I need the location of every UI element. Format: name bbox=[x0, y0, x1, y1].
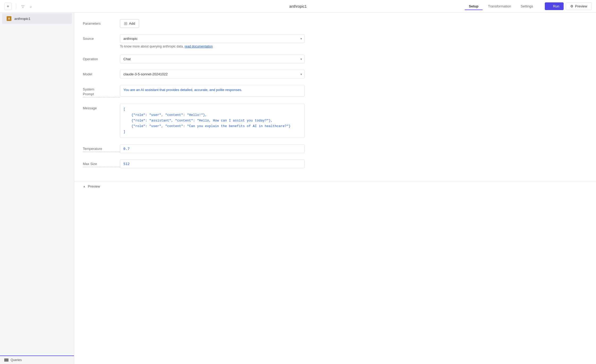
operation-label: Operation bbox=[83, 55, 120, 62]
anthropic-logo-icon: A bbox=[6, 16, 12, 21]
preview-arrow-icon: ▲ bbox=[83, 185, 86, 188]
add-plus-icon: ⊞ bbox=[124, 21, 127, 26]
max-size-input[interactable] bbox=[120, 159, 305, 168]
parameters-label: Parameters bbox=[83, 19, 120, 26]
max-size-row: Max Size bbox=[83, 159, 305, 168]
add-parameter-button[interactable]: ⊞ Add bbox=[120, 19, 139, 28]
header-tabs: Setup Transformation Settings bbox=[465, 3, 537, 10]
source-label: Source bbox=[83, 34, 120, 41]
form-container: Parameters ⊞ Add Source anthrop bbox=[74, 13, 313, 181]
app-container: + ▽ ⌕ anthropic1 Setup Transformation Se… bbox=[0, 0, 596, 364]
system-prompt-field[interactable]: You are an AI assistant that provides de… bbox=[120, 85, 305, 97]
operation-select[interactable]: Chat bbox=[120, 55, 305, 63]
queries-icon bbox=[4, 358, 8, 362]
operation-control: Chat ▾ bbox=[120, 55, 305, 63]
preview-label: Preview bbox=[575, 4, 587, 8]
sidebar-item-anthropic1[interactable]: A anthropic1 bbox=[2, 13, 72, 24]
parameters-control: ⊞ Add bbox=[120, 19, 305, 28]
model-select[interactable]: claude-3-5-sonnet-20241022 bbox=[120, 70, 305, 79]
add-node-button[interactable]: + bbox=[4, 3, 12, 10]
temperature-row: Temperature bbox=[83, 144, 305, 153]
gear-icon: ⚙ bbox=[570, 4, 573, 8]
model-select-wrapper: claude-3-5-sonnet-20241022 ▾ bbox=[120, 70, 305, 79]
search-icon[interactable]: ⌕ bbox=[29, 3, 33, 10]
run-button[interactable]: ▶ Run bbox=[545, 2, 564, 10]
play-icon: ▶ bbox=[549, 5, 551, 8]
model-control: claude-3-5-sonnet-20241022 ▾ bbox=[120, 70, 305, 79]
operation-select-wrapper: Chat ▾ bbox=[120, 55, 305, 63]
source-row: Source anthropic ▾ To know more about qu… bbox=[83, 34, 305, 48]
system-prompt-row: System Prompt You are an AI assistant th… bbox=[83, 85, 305, 97]
source-select-wrapper: anthropic ▾ bbox=[120, 34, 305, 43]
plus-icon: + bbox=[7, 4, 9, 9]
message-label: Message bbox=[83, 104, 120, 111]
content-area: Parameters ⊞ Add Source anthrop bbox=[74, 13, 596, 364]
tab-setup[interactable]: Setup bbox=[465, 3, 483, 10]
filter-icon[interactable]: ▽ bbox=[20, 3, 25, 10]
system-prompt-label: System Prompt bbox=[83, 85, 120, 97]
message-row: Message [ {"role": "user", "content": "H… bbox=[83, 104, 305, 138]
queries-label: Queries bbox=[11, 358, 22, 362]
main-layout: A anthropic1 Queries Parameters ⊞ Add bbox=[0, 13, 596, 364]
tab-settings[interactable]: Settings bbox=[516, 3, 537, 10]
message-control: [ {"role": "user", "content": "Hello!"},… bbox=[120, 104, 305, 138]
preview-button[interactable]: ⚙ Preview bbox=[566, 2, 592, 10]
tab-transformation[interactable]: Transformation bbox=[484, 3, 515, 10]
header-divider bbox=[16, 4, 16, 9]
source-help-text: To know more about querying anthropic da… bbox=[120, 45, 305, 48]
run-label: Run bbox=[553, 4, 559, 8]
sidebar-item-label: anthropic1 bbox=[14, 17, 31, 21]
model-label: Model bbox=[83, 70, 120, 77]
preview-section[interactable]: ▲ Preview bbox=[74, 181, 596, 192]
node-title: anthropic1 bbox=[289, 4, 306, 8]
max-size-control bbox=[120, 159, 305, 168]
header-actions: ▶ Run ⚙ Preview bbox=[545, 2, 592, 10]
max-size-label: Max Size bbox=[83, 159, 120, 167]
message-field[interactable]: [ {"role": "user", "content": "Hello!"},… bbox=[120, 104, 305, 138]
operation-row: Operation Chat ▾ bbox=[83, 55, 305, 63]
temperature-control bbox=[120, 144, 305, 153]
sidebar-bottom-queries[interactable]: Queries bbox=[0, 356, 74, 364]
top-header: + ▽ ⌕ anthropic1 Setup Transformation Se… bbox=[0, 0, 596, 13]
parameters-row: Parameters ⊞ Add bbox=[83, 19, 305, 28]
system-prompt-control: You are an AI assistant that provides de… bbox=[120, 85, 305, 97]
source-select[interactable]: anthropic bbox=[120, 34, 305, 43]
sidebar: A anthropic1 Queries bbox=[0, 13, 74, 364]
add-button-label: Add bbox=[129, 21, 135, 25]
temperature-label: Temperature bbox=[83, 144, 120, 152]
temperature-input[interactable] bbox=[120, 144, 305, 153]
model-row: Model claude-3-5-sonnet-20241022 ▾ bbox=[83, 70, 305, 79]
source-control: anthropic ▾ To know more about querying … bbox=[120, 34, 305, 48]
preview-section-label: Preview bbox=[88, 184, 100, 188]
read-documentation-link[interactable]: read documentation bbox=[185, 45, 213, 48]
